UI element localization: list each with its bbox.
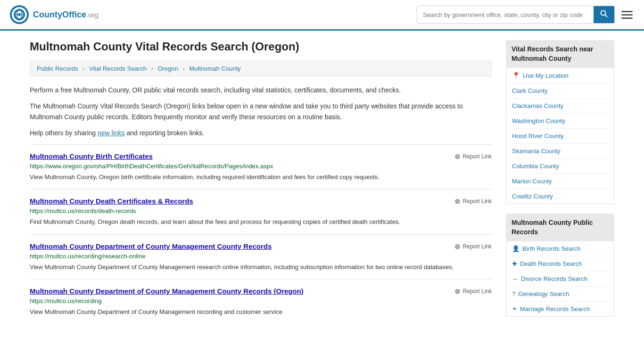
breadcrumb-oregon[interactable]: Oregon xyxy=(158,65,178,72)
search-icon xyxy=(600,10,608,17)
sidebar-item-skamania[interactable]: Skamania County xyxy=(506,144,614,159)
result-item: Multnomah County Birth Certificates ⊗ Re… xyxy=(30,144,492,189)
sidebar-public-records-section: Multnomah County Public Records 👤 Birth … xyxy=(506,214,614,317)
result-item: Multnomah County Death Certificates & Re… xyxy=(30,189,492,234)
description-para1: Perform a free Multnomah County, OR publ… xyxy=(30,85,492,95)
report-label: Report Link xyxy=(463,198,492,205)
sidebar-item-washington[interactable]: Washington County xyxy=(506,114,614,129)
location-icon: 📍 xyxy=(512,72,520,79)
sidebar-item-clackamas[interactable]: Clackamas County xyxy=(506,99,614,114)
sidebar-nearby-title: Vital Records Search near Multnomah Coun… xyxy=(506,40,614,68)
sidebar-link-label: Hood River County xyxy=(512,132,564,140)
report-label: Report Link xyxy=(463,153,492,160)
death-records-icon: ✚ xyxy=(512,260,517,267)
sidebar-public-records-title: Multnomah County Public Records xyxy=(506,214,614,241)
report-link[interactable]: ⊗ Report Link xyxy=(454,242,492,251)
content-area: Multnomah County Vital Records Search (O… xyxy=(30,40,492,326)
hamburger-button[interactable] xyxy=(619,9,635,21)
report-link[interactable]: ⊗ Report Link xyxy=(454,287,492,296)
sidebar-item-clark[interactable]: Clark County xyxy=(506,83,614,99)
result-item: Multnomah County Department of County Ma… xyxy=(30,279,492,324)
result-description: Find Multnomah County, Oregon death reco… xyxy=(30,217,492,227)
sidebar-public-records-list: 👤 Birth Records Search ✚ Death Records S… xyxy=(506,241,614,317)
sidebar-link-label: Skamania County xyxy=(512,148,561,155)
description-para2: The Multnomah County Vital Records Searc… xyxy=(30,101,492,122)
sidebar-item-cowlitz[interactable]: Cowlitz County xyxy=(506,189,614,204)
hamburger-line-1 xyxy=(621,11,633,12)
report-link[interactable]: ⊗ Report Link xyxy=(454,152,492,161)
birth-records-icon: 👤 xyxy=(512,245,520,252)
breadcrumb: Public Records › Vital Records Search › … xyxy=(30,61,492,76)
genealogy-label: Genealogy Search xyxy=(518,290,569,297)
results-container: Multnomah County Birth Certificates ⊗ Re… xyxy=(30,144,492,324)
logo-text: CountyOffice.org xyxy=(33,10,99,20)
divorce-records-label: Divorce Records Search xyxy=(521,275,587,282)
report-icon: ⊗ xyxy=(454,197,461,206)
sidebar-item-columbia[interactable]: Columbia County xyxy=(506,159,614,174)
birth-records-label: Birth Records Search xyxy=(522,245,581,252)
sidebar-nearby-section: Vital Records Search near Multnomah Coun… xyxy=(506,40,614,204)
result-description: View Multnomah County Department of Coun… xyxy=(30,307,492,317)
sidebar-divorce-records[interactable]: ↔ Divorce Records Search xyxy=(506,272,614,287)
page-title: Multnomah County Vital Records Search (O… xyxy=(30,40,492,53)
result-description: View Multnomah County, Oregon birth cert… xyxy=(30,173,492,182)
search-input[interactable] xyxy=(417,8,594,22)
result-url[interactable]: https://multco.us/recording xyxy=(30,297,492,304)
result-header: Multnomah County Death Certificates & Re… xyxy=(30,197,492,206)
result-description: View Multnomah County Department of Coun… xyxy=(30,263,492,272)
search-bar xyxy=(417,6,615,24)
sidebar-link-label: Washington County xyxy=(512,117,565,124)
site-header: CountyOffice.org xyxy=(0,0,644,31)
result-header: Multnomah County Birth Certificates ⊗ Re… xyxy=(30,152,492,161)
use-location-link[interactable]: 📍 Use My Location xyxy=(506,68,614,83)
sidebar-link-label: Cowlitz County xyxy=(512,193,553,200)
description-para3-after: and reporting broken links. xyxy=(125,129,205,137)
result-title-link[interactable]: Multnomah County Department of County Ma… xyxy=(30,287,304,295)
breadcrumb-public-records[interactable]: Public Records xyxy=(37,65,78,72)
report-label: Report Link xyxy=(463,288,492,295)
breadcrumb-sep-2: › xyxy=(151,65,153,72)
report-icon: ⊗ xyxy=(454,152,461,161)
breadcrumb-sep-1: › xyxy=(83,65,84,72)
result-title-link[interactable]: Multnomah County Death Certificates & Re… xyxy=(30,197,193,205)
svg-line-8 xyxy=(605,15,608,17)
sidebar-link-label: Clackamas County xyxy=(512,102,563,109)
hamburger-line-3 xyxy=(621,17,633,19)
genealogy-icon: ? xyxy=(512,290,515,297)
svg-point-6 xyxy=(18,13,21,16)
use-location-label: Use My Location xyxy=(523,72,569,79)
sidebar-use-location[interactable]: 📍 Use My Location xyxy=(506,68,614,83)
new-links-link[interactable]: new links xyxy=(98,129,125,137)
search-button[interactable] xyxy=(594,6,614,23)
report-link[interactable]: ⊗ Report Link xyxy=(454,197,492,206)
death-records-label: Death Records Search xyxy=(520,260,582,267)
sidebar-item-marion[interactable]: Marion County xyxy=(506,174,614,189)
sidebar-link-label: Columbia County xyxy=(512,163,559,170)
site-logo-icon xyxy=(9,5,29,25)
hamburger-line-2 xyxy=(621,14,633,16)
result-header: Multnomah County Department of County Ma… xyxy=(30,287,492,296)
breadcrumb-multnomah[interactable]: Multnomah County xyxy=(189,65,240,72)
divorce-records-icon: ↔ xyxy=(512,275,518,282)
sidebar-death-records[interactable]: ✚ Death Records Search xyxy=(506,256,614,272)
logo-area: CountyOffice.org xyxy=(9,5,99,25)
result-title-link[interactable]: Multnomah County Birth Certificates xyxy=(30,152,153,160)
result-url[interactable]: https://multco.us/records/death-records xyxy=(30,207,492,214)
result-url[interactable]: https://multco.us/recording/research-onl… xyxy=(30,253,492,260)
result-item: Multnomah County Department of County Ma… xyxy=(30,234,492,280)
sidebar-link-label: Marion County xyxy=(512,178,552,185)
breadcrumb-vital-records[interactable]: Vital Records Search xyxy=(89,65,147,72)
result-title-link[interactable]: Multnomah County Department of County Ma… xyxy=(30,242,272,250)
sidebar-marriage-records[interactable]: ⚭ Marriage Records Search xyxy=(506,302,614,316)
sidebar-genealogy[interactable]: ? Genealogy Search xyxy=(506,287,614,302)
report-icon: ⊗ xyxy=(454,287,461,296)
result-header: Multnomah County Department of County Ma… xyxy=(30,242,492,251)
sidebar-item-hood-river[interactable]: Hood River County xyxy=(506,129,614,144)
breadcrumb-sep-3: › xyxy=(183,65,185,72)
description-para3: Help others by sharing new links and rep… xyxy=(30,128,492,138)
sidebar-link-label: Clark County xyxy=(512,87,547,94)
sidebar: Vital Records Search near Multnomah Coun… xyxy=(506,40,614,326)
report-icon: ⊗ xyxy=(454,242,461,251)
result-url[interactable]: https://www.oregon.gov/oha/PH/BirthDeath… xyxy=(30,163,492,170)
sidebar-birth-records[interactable]: 👤 Birth Records Search xyxy=(506,241,614,256)
